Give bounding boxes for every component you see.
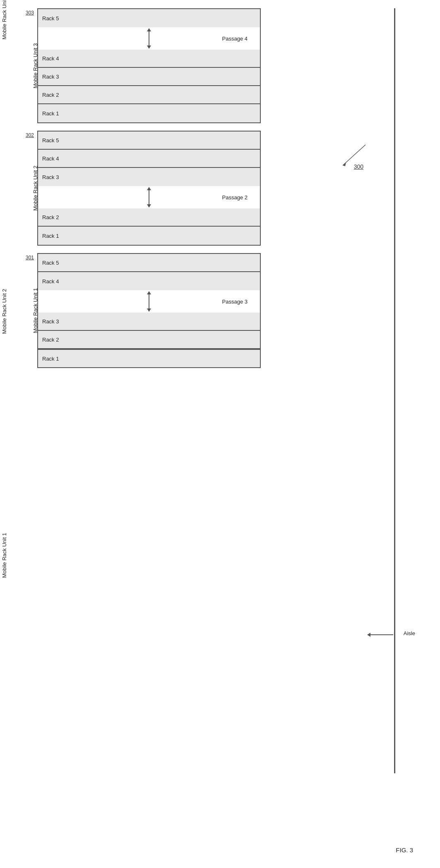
rack-row: Rack 5 bbox=[38, 254, 260, 272]
rack-row: Rack 5 bbox=[38, 9, 260, 27]
mobile-rack-unit-2-label: Mobile Rack Unit 2 bbox=[1, 289, 7, 334]
rack-row: Rack 5 bbox=[38, 132, 260, 150]
passage-4-label: Passage 4 bbox=[222, 36, 248, 42]
svg-marker-1 bbox=[343, 162, 346, 166]
svg-line-0 bbox=[343, 145, 365, 165]
unit-number-301: 301 bbox=[26, 255, 34, 261]
passage-3-container: Passage 3 bbox=[37, 290, 261, 313]
aisle-arrow bbox=[367, 633, 393, 637]
passage-2-container: Passage 2 bbox=[37, 186, 261, 208]
passage-2-label: Passage 2 bbox=[222, 194, 248, 201]
diagram: 303 Mobile Rack Unit 3 Rack 5 Passage 4 … bbox=[12, 8, 261, 368]
mobile-rack-unit-1-label: Mobile Rack Unit 1 bbox=[1, 533, 7, 578]
aisle-label: Aisle bbox=[404, 630, 415, 636]
rack-row: Rack 4 bbox=[38, 272, 260, 290]
passage-4-container: Passage 4 bbox=[37, 27, 261, 50]
rack-row: Rack 4 bbox=[38, 50, 260, 68]
rack-row: Rack 3 bbox=[38, 68, 260, 86]
right-wall bbox=[394, 8, 395, 773]
unit-number-302: 302 bbox=[26, 132, 34, 138]
fig-label: FIG. 3 bbox=[396, 846, 413, 854]
rack-row: Rack 2 bbox=[38, 331, 260, 349]
passage-3-label: Passage 3 bbox=[222, 299, 248, 305]
rack-row: Rack 4 bbox=[38, 150, 260, 168]
rack-row: Rack 1 bbox=[38, 227, 260, 245]
rack-row: Rack 3 bbox=[38, 313, 260, 331]
rack-row: Rack 2 bbox=[38, 208, 260, 227]
rack-row: Rack 3 bbox=[38, 168, 260, 186]
rack-row: Rack 2 bbox=[38, 86, 260, 104]
rack-row: Rack 1 bbox=[38, 104, 260, 122]
rack-row: Rack 1 bbox=[38, 349, 260, 367]
mobile-rack-unit-3-label: Mobile Rack Unit 3 bbox=[1, 0, 7, 40]
ref-300-arrow bbox=[339, 141, 372, 170]
unit-number-303: 303 bbox=[26, 10, 34, 16]
